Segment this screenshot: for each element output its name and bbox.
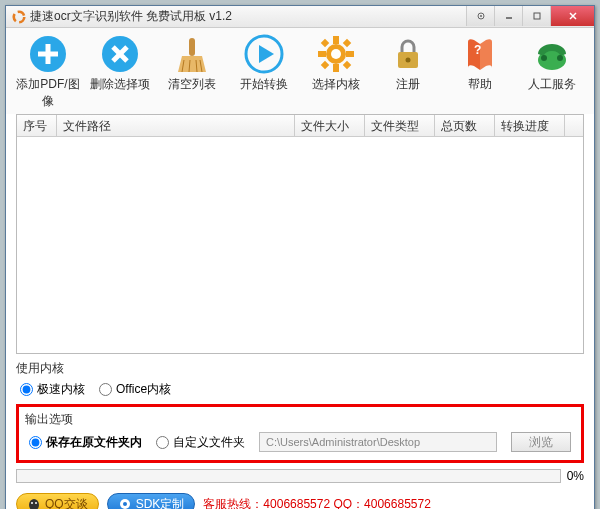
svg-rect-4 (534, 13, 540, 19)
x-icon (100, 34, 140, 74)
titlebar: 捷速ocr文字识别软件 免费试用板 v1.2 (6, 6, 594, 28)
browse-button[interactable]: 浏览 (511, 432, 571, 452)
broom-icon (172, 34, 212, 74)
settings-button[interactable] (466, 6, 494, 26)
add-file-button[interactable]: 添加PDF/图像 (16, 34, 80, 110)
col-type[interactable]: 文件类型 (365, 115, 435, 136)
col-scroll (565, 115, 583, 136)
svg-rect-23 (318, 51, 326, 57)
sdk-button[interactable]: SDK定制 (107, 493, 196, 509)
progress-bar (16, 469, 561, 483)
svg-rect-24 (346, 51, 354, 57)
delete-item-button[interactable]: 删除选择项 (88, 34, 152, 110)
svg-rect-21 (333, 36, 339, 44)
radio-input[interactable] (99, 383, 112, 396)
col-progress[interactable]: 转换进度 (495, 115, 565, 136)
radio-input[interactable] (29, 436, 42, 449)
phone-icon (532, 34, 572, 74)
engine-options: 极速内核 Office内核 (16, 379, 584, 400)
minimize-button[interactable] (494, 6, 522, 26)
svg-point-40 (123, 502, 127, 506)
svg-rect-25 (321, 39, 329, 47)
engine-fast-radio[interactable]: 极速内核 (20, 381, 85, 398)
engine-label: 使用内核 (16, 360, 584, 377)
svg-point-2 (480, 15, 482, 17)
help-button[interactable]: ? 帮助 (448, 34, 512, 110)
col-index[interactable]: 序号 (17, 115, 57, 136)
tb-label: 注册 (396, 76, 420, 93)
window-controls (466, 6, 594, 27)
svg-point-0 (14, 11, 25, 22)
table-header: 序号 文件路径 文件大小 文件类型 总页数 转换进度 (17, 115, 583, 137)
output-section-highlighted: 输出选项 保存在原文件夹内 自定义文件夹 浏览 (16, 404, 584, 463)
svg-rect-27 (343, 39, 351, 47)
support-button[interactable]: 人工服务 (520, 34, 584, 110)
tb-label: 选择内核 (312, 76, 360, 93)
toolbar: 添加PDF/图像 删除选择项 清空列表 开始转换 选择内核 注册 ? 帮助 人工 (6, 28, 594, 114)
register-button[interactable]: 注册 (376, 34, 440, 110)
progress-row: 0% (16, 469, 584, 483)
col-path[interactable]: 文件路径 (57, 115, 295, 136)
bottom-bar: QQ交谈 SDK定制 客服热线：4006685572 QQ：4006685572 (6, 487, 594, 509)
svg-rect-28 (321, 61, 329, 69)
tb-label: 添加PDF/图像 (16, 76, 80, 110)
col-size[interactable]: 文件大小 (295, 115, 365, 136)
engine-section: 使用内核 极速内核 Office内核 (16, 360, 584, 400)
sdk-icon (118, 497, 132, 509)
content-area: 序号 文件路径 文件大小 文件类型 总页数 转换进度 使用内核 极速内核 Off… (6, 114, 594, 487)
tb-label: 删除选择项 (90, 76, 150, 93)
progress-percent: 0% (567, 469, 584, 483)
svg-point-38 (35, 502, 37, 504)
output-same-folder-radio[interactable]: 保存在原文件夹内 (29, 434, 142, 451)
svg-point-34 (541, 55, 547, 61)
svg-point-37 (31, 502, 33, 504)
svg-text:?: ? (474, 43, 481, 57)
radio-input[interactable] (156, 436, 169, 449)
app-window: 捷速ocr文字识别软件 免费试用板 v1.2 添加PDF/图像 删除选择项 清空… (5, 5, 595, 509)
engine-office-radio[interactable]: Office内核 (99, 381, 171, 398)
tb-label: 开始转换 (240, 76, 288, 93)
output-label: 输出选项 (25, 411, 575, 428)
tb-label: 清空列表 (168, 76, 216, 93)
radio-input[interactable] (20, 383, 33, 396)
qq-icon (27, 497, 41, 509)
output-custom-folder-radio[interactable]: 自定义文件夹 (156, 434, 245, 451)
svg-point-35 (557, 55, 563, 61)
svg-point-31 (406, 58, 411, 63)
tb-label: 人工服务 (528, 76, 576, 93)
play-icon (244, 34, 284, 74)
gear-icon (316, 34, 356, 74)
svg-point-36 (29, 499, 39, 509)
title-text: 捷速ocr文字识别软件 免费试用板 v1.2 (30, 8, 466, 25)
svg-point-29 (331, 49, 341, 59)
close-button[interactable] (550, 6, 594, 26)
plus-icon (28, 34, 68, 74)
output-path-input[interactable] (259, 432, 497, 452)
hotline-text[interactable]: 客服热线：4006685572 QQ：4006685572 (203, 496, 430, 510)
svg-rect-22 (333, 64, 339, 72)
qq-chat-button[interactable]: QQ交谈 (16, 493, 99, 509)
clear-list-button[interactable]: 清空列表 (160, 34, 224, 110)
col-pages[interactable]: 总页数 (435, 115, 495, 136)
lock-icon (388, 34, 428, 74)
start-convert-button[interactable]: 开始转换 (232, 34, 296, 110)
app-icon (12, 10, 26, 24)
svg-marker-19 (259, 45, 274, 63)
output-options: 保存在原文件夹内 自定义文件夹 浏览 (25, 430, 575, 454)
file-table: 序号 文件路径 文件大小 文件类型 总页数 转换进度 (16, 114, 584, 354)
select-engine-button[interactable]: 选择内核 (304, 34, 368, 110)
maximize-button[interactable] (522, 6, 550, 26)
book-icon: ? (460, 34, 500, 74)
svg-rect-13 (189, 38, 195, 56)
tb-label: 帮助 (468, 76, 492, 93)
svg-rect-26 (343, 61, 351, 69)
